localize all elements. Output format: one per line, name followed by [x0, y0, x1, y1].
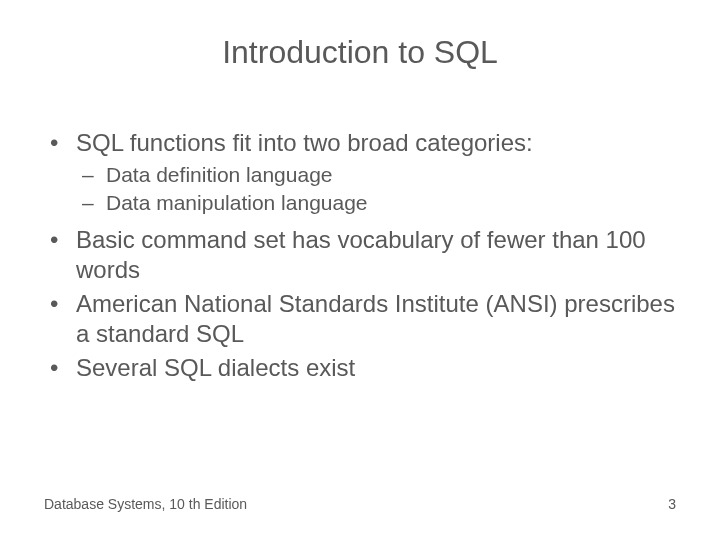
bullet-item: SQL functions fit into two broad categor… — [44, 128, 676, 217]
bullet-item: Basic command set has vocabulary of fewe… — [44, 225, 676, 285]
footer-source: Database Systems, 10 th Edition — [44, 496, 247, 512]
sub-bullet-list: Data definition language Data manipulati… — [76, 162, 676, 217]
bullet-text: Basic command set has vocabulary of fewe… — [76, 226, 646, 283]
sub-bullet-item: Data manipulation language — [76, 190, 676, 216]
sub-bullet-text: Data manipulation language — [106, 191, 368, 214]
slide-title: Introduction to SQL — [0, 34, 720, 71]
bullet-item: American National Standards Institute (A… — [44, 289, 676, 349]
bullet-item: Several SQL dialects exist — [44, 353, 676, 383]
page-number: 3 — [668, 496, 676, 512]
sub-bullet-text: Data definition language — [106, 163, 333, 186]
bullet-text: SQL functions fit into two broad categor… — [76, 129, 533, 156]
sub-bullet-item: Data definition language — [76, 162, 676, 188]
slide-content: SQL functions fit into two broad categor… — [44, 128, 676, 387]
slide: Introduction to SQL SQL functions fit in… — [0, 0, 720, 540]
bullet-list: SQL functions fit into two broad categor… — [44, 128, 676, 383]
bullet-text: Several SQL dialects exist — [76, 354, 355, 381]
bullet-text: American National Standards Institute (A… — [76, 290, 675, 347]
